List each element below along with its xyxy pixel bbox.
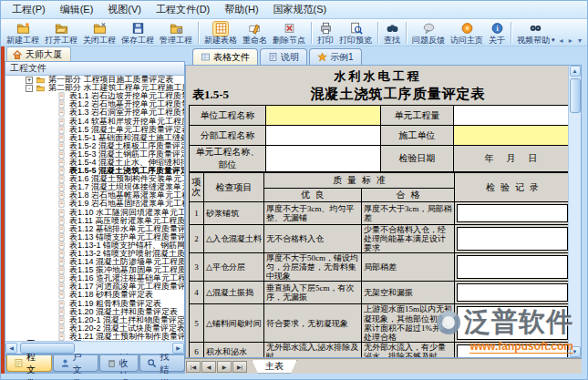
document: 水利水电工程 表1.5-5 混凝土浇筑工序质量评定表 单位工程名称 单元工程量 (186, 66, 568, 357)
tree-item[interactable]: 表1.5-4 混凝土止水、伸缩缝和排水管安装工序质量评定表 (5, 159, 184, 167)
scrollbar-thumb[interactable] (570, 78, 581, 113)
tree-item[interactable]: 表1.2 岩石地基开挖单元工程质量评定表 (5, 100, 184, 108)
bottom-tab-查找结果[interactable]: 查找结果 (139, 355, 185, 372)
tree-item-label: 表1.18 砂料质量评定表 (69, 291, 153, 299)
toolbar-separator (377, 22, 378, 44)
tree-item[interactable]: 表1.9 岩石地基固结灌浆单元工程质量评定表 (5, 200, 184, 208)
excellent-standard-cell: 无不合格料入仓 (264, 225, 362, 253)
tree-item[interactable]: 表1.20 混凝土拌和质量评定表 (5, 308, 184, 316)
tree-item[interactable]: 表1.13 锚喷支护单元工程质量评定表 (5, 233, 184, 241)
feedback-button[interactable]: 问题反馈 (409, 20, 448, 46)
scroll-up-icon[interactable]: ▲ (570, 66, 581, 77)
unit-project-quantity-field[interactable] (454, 106, 569, 126)
inspection-date-field[interactable]: 年 月 日 (454, 146, 569, 172)
inspection-record-cell[interactable] (455, 225, 569, 253)
project-tab[interactable]: 天师大厦 (6, 46, 71, 61)
tree-item[interactable]: 表1.15 振冲地基加固单元工程质量评定表 (5, 266, 184, 274)
menu-item-3[interactable]: 视图(V) (100, 2, 149, 17)
tree-item[interactable]: 表1.5-5 混凝土浇筑工序质量评定表 (5, 167, 184, 175)
bottom-tab-工程文件[interactable]: 工程文件 (6, 355, 52, 372)
save-project-button[interactable]: 保存工程 (119, 20, 157, 46)
excellent-standard-cell: 厚度不大于3cm、均匀平整、无漏铺 (264, 202, 362, 225)
about-button[interactable]: i关于 (486, 20, 508, 46)
tree-item[interactable]: 表1.10 水工隧洞回填灌浆单元工程质量评定表 (5, 209, 184, 217)
tree-item[interactable]: 表1.13-2 锚喷支护喷射混凝土质量评定表 (5, 250, 184, 258)
scroll-down-icon[interactable]: ▼ (570, 346, 581, 357)
last-sheet-icon[interactable]: ▶| (232, 361, 247, 373)
tree-item[interactable]: 表1.5 混凝土单元工程质量评定表 (5, 126, 184, 134)
document-tab-示例1[interactable]: 示例1 (309, 48, 362, 65)
document-tab-表格文件[interactable]: 表格文件 (192, 48, 258, 65)
tree-item[interactable]: 表1.13-1 锚喷支护锚杆、钢筋网质量评定表 (5, 241, 184, 250)
dropdown-arrow-icon: ▾ (552, 38, 555, 42)
menu-item-2[interactable]: 编辑(E) (53, 2, 101, 17)
tree-item[interactable]: -第二部分 水工建筑工程单元工程施工质量评定表 (5, 84, 184, 92)
tree-item[interactable]: 表1.4 软基和岸坡开挖单元工程质量评定表 (5, 117, 184, 125)
table-title: 混凝土浇筑工序质量评定表 (229, 86, 567, 103)
new-project-button[interactable]: 新建工程 (4, 20, 42, 46)
scroll-right-icon[interactable]: ▶ (172, 343, 184, 354)
unit-project-name-field[interactable] (266, 106, 381, 126)
close-project-button[interactable]: 关闭工程 (80, 20, 119, 46)
inspection-record-cell[interactable] (455, 304, 569, 342)
rename-button[interactable]: 重命名 (240, 20, 270, 46)
tree-item[interactable]: 表1.17 河道疏浚单元工程质量评定表 (5, 282, 184, 291)
tree-item[interactable]: 表1.5-2 混凝土模板工序质量评定表 (5, 142, 184, 150)
collapse-icon[interactable]: - (26, 85, 33, 92)
manage-project-button[interactable]: 管理工程 (157, 20, 195, 46)
inspection-record-cell[interactable] (455, 253, 569, 282)
excellent-standard-cell: 垂直插入下层5cm，有次序，无漏振 (264, 282, 362, 304)
menu-item-4[interactable]: 工程文件(D) (149, 2, 217, 17)
menu-item-5[interactable]: 帮助(H) (217, 2, 265, 17)
scrollbar-thumb[interactable] (20, 343, 75, 354)
find-button[interactable]: 查找 (381, 20, 403, 46)
bottom-tab-用户文件[interactable]: 用户文件 (53, 355, 98, 372)
inspection-record-cell[interactable] (455, 342, 569, 357)
bottom-tab-回收站[interactable]: 回收站 (99, 355, 139, 372)
tree-item[interactable]: 表1.16 造孔灌注桩基础单元工程质量评定表 (5, 274, 184, 282)
tree-item[interactable]: 表1.5-1 基础面和混凝土施工缝处理工序质量评定表 (5, 134, 184, 142)
inspection-record-cell[interactable] (455, 202, 569, 225)
scroll-left-icon[interactable]: ◀ (5, 343, 17, 354)
menu-item-1[interactable]: 工程(P) (5, 2, 53, 17)
tree-item[interactable]: 表1.1 岩石边坡开挖单元工程质量评定表 (5, 92, 184, 100)
tree-item[interactable]: 表1.20-2 混凝土试块质量评定表 (5, 324, 184, 333)
next-sheet-icon[interactable]: ▶ (217, 361, 232, 373)
construction-unit-field[interactable] (454, 126, 569, 146)
tree-item[interactable]: 表1.5-3 混凝土钢筋工序质量评定表 (5, 150, 184, 159)
open-project-button[interactable]: 打开工程 (42, 20, 80, 46)
video-help-button[interactable]: 视频帮助▾ (514, 20, 558, 46)
toolbar-overflow-arrows-icon[interactable]: ◂ ▸ ▾ (560, 36, 584, 45)
expand-icon[interactable]: + (26, 77, 33, 84)
tree-item[interactable]: 表1.19 粗骨料质量评定表 (5, 300, 184, 308)
tree-item[interactable]: 表1.20-1 混凝土拌和物质量评定表 (5, 316, 184, 324)
inspection-record-cell[interactable] (455, 282, 569, 304)
tree-item[interactable]: 表1.18 砂料质量评定表 (5, 291, 184, 299)
delete-node-button[interactable]: 删除节点 (270, 20, 308, 46)
visit-homepage-button[interactable]: 访问主页 (448, 20, 486, 46)
info-label: 单元工程名称、部位 (190, 146, 266, 172)
tree-horizontal-scrollbar[interactable]: ◀ ▶ (5, 341, 184, 354)
tree-item[interactable]: 表1.7 混凝土坝坝体接缝灌浆单元工程质量评定表 (5, 183, 184, 191)
tree-item[interactable]: 表1.11 高压喷射灌浆单元工程质量评定表 (5, 217, 184, 225)
menu-item-6[interactable]: 国家规范(S) (266, 2, 335, 17)
tree-item[interactable]: 表1.3 岩石洞室开挖单元工程质量评定表 (5, 108, 184, 117)
tree-item[interactable]: 表1.8 岩石地基帷幕灌浆单元工程质量评定表 (5, 191, 184, 200)
info-label: 单元工程量 (381, 106, 454, 126)
vertical-scrollbar[interactable]: ▲ ▼ (568, 66, 581, 357)
new-table-button[interactable]: 新建表格 (201, 20, 240, 46)
tree-item-label: 表1.5-4 混凝土止水、伸缩缝和排水管安装工序质量评定表 (69, 159, 184, 167)
prev-sheet-icon[interactable]: ◀ (201, 361, 216, 373)
tree-item[interactable]: 表1.12 基础排水单元工程质量评定表 (5, 225, 184, 233)
tree-item[interactable]: 表1.14 混凝土防渗墙单元工程质量评定表 (5, 258, 184, 266)
document-tab-说明[interactable]: 说明 (260, 48, 307, 65)
first-sheet-icon[interactable]: |◀ (186, 361, 201, 373)
toolbar-button-label: 重命名 (242, 36, 267, 45)
tree-item[interactable]: 表1.6 混凝土预制构件安装单元工程质量评定表 (5, 175, 184, 183)
sheet-tab-main[interactable]: 主表 (252, 360, 297, 374)
tree-item[interactable]: +第一部分 工程项目施工质量评定表 (5, 76, 184, 84)
division-project-name-field[interactable] (266, 126, 381, 146)
unit-name-location-field[interactable] (266, 146, 381, 172)
print-preview-button[interactable]: 打印预览 (336, 20, 375, 46)
print-button[interactable]: 打印 (315, 20, 336, 46)
